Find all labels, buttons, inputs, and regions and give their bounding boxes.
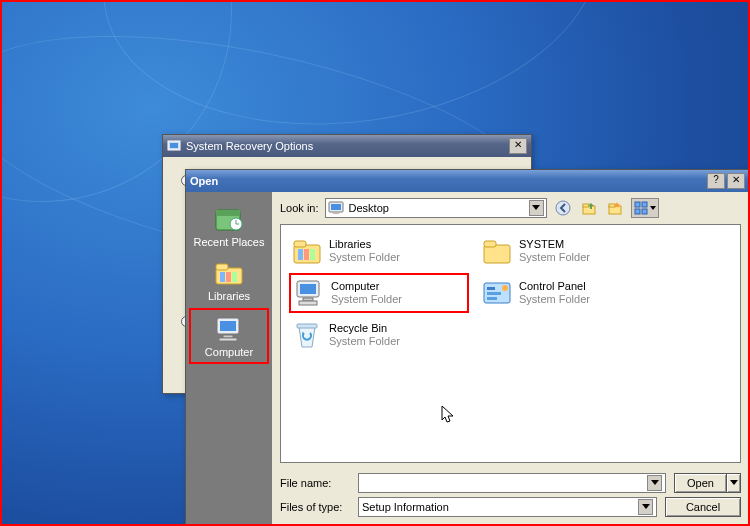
- file-item-recycle-bin[interactable]: Recycle BinSystem Folder: [289, 317, 469, 353]
- desktop-icon: [328, 201, 344, 215]
- file-item-libraries[interactable]: LibrariesSystem Folder: [289, 233, 469, 269]
- svg-rect-34: [300, 284, 316, 294]
- file-name: Libraries: [329, 238, 400, 251]
- svg-rect-25: [642, 209, 647, 214]
- svg-rect-30: [310, 249, 315, 260]
- file-name-input[interactable]: [358, 473, 666, 493]
- file-name: Control Panel: [519, 280, 590, 293]
- file-type-label: Files of type:: [280, 501, 350, 513]
- back-button[interactable]: [553, 198, 573, 218]
- svg-rect-21: [609, 204, 615, 207]
- svg-rect-7: [220, 272, 225, 282]
- sidebar-item-libraries[interactable]: Libraries: [189, 254, 269, 306]
- chevron-down-icon: [650, 206, 656, 211]
- close-icon[interactable]: ✕: [509, 138, 527, 154]
- svg-rect-39: [487, 292, 501, 295]
- svg-rect-6: [216, 264, 228, 270]
- look-in-label: Look in:: [280, 202, 319, 214]
- recovery-titlebar[interactable]: System Recovery Options ✕: [163, 135, 531, 157]
- file-name-label: File name:: [280, 477, 350, 489]
- sidebar-item-computer[interactable]: Computer: [189, 308, 269, 364]
- mouse-cursor-icon: [441, 405, 455, 423]
- places-sidebar: Recent Places Libraries Computer: [186, 192, 272, 525]
- recycle-bin-icon: [291, 319, 323, 351]
- recovery-title: System Recovery Options: [186, 140, 313, 152]
- svg-rect-38: [487, 287, 495, 290]
- file-sub: System Folder: [329, 251, 400, 264]
- svg-rect-1: [170, 143, 178, 148]
- computer-icon: [212, 314, 246, 344]
- control-panel-icon: [481, 277, 513, 309]
- svg-rect-3: [216, 210, 240, 216]
- look-in-value: Desktop: [349, 202, 389, 214]
- chevron-down-icon[interactable]: [647, 475, 662, 491]
- help-icon[interactable]: ?: [707, 173, 725, 189]
- open-dropdown-button[interactable]: [726, 473, 741, 493]
- svg-rect-42: [297, 324, 317, 328]
- up-one-level-button[interactable]: [579, 198, 599, 218]
- svg-rect-8: [226, 272, 231, 282]
- file-item-system[interactable]: SYSTEMSystem Folder: [479, 233, 659, 269]
- file-name: SYSTEM: [519, 238, 590, 251]
- new-folder-button[interactable]: [605, 198, 625, 218]
- open-main: Look in: Desktop: [272, 192, 749, 525]
- view-menu-button[interactable]: [631, 198, 659, 218]
- svg-rect-28: [298, 249, 303, 260]
- svg-rect-40: [487, 297, 497, 300]
- sidebar-item-label: Libraries: [208, 290, 250, 302]
- file-sub: System Folder: [519, 293, 590, 306]
- computer-icon: [293, 277, 325, 309]
- open-button[interactable]: Open: [674, 473, 726, 493]
- sidebar-item-recent-places[interactable]: Recent Places: [189, 200, 269, 252]
- folder-icon: [481, 235, 513, 267]
- file-name: Computer: [331, 280, 402, 293]
- bottom-controls: File name: Open Files of type:: [272, 465, 749, 525]
- svg-rect-19: [583, 204, 589, 207]
- file-type-dropdown[interactable]: Setup Information: [358, 497, 657, 517]
- file-item-control-panel[interactable]: Control PanelSystem Folder: [479, 273, 659, 313]
- svg-rect-22: [635, 202, 640, 207]
- recent-places-icon: [212, 204, 246, 234]
- open-dialog: Open ? ✕ Recent Places: [185, 169, 750, 526]
- sidebar-item-label: Recent Places: [194, 236, 265, 248]
- look-in-dropdown[interactable]: Desktop: [325, 198, 547, 218]
- file-list[interactable]: LibrariesSystem Folder SYSTEMSystem Fold…: [280, 224, 741, 463]
- cancel-button[interactable]: Cancel: [665, 497, 741, 517]
- svg-rect-16: [333, 212, 339, 214]
- libraries-icon: [291, 235, 323, 267]
- svg-rect-32: [484, 241, 496, 247]
- open-button-group: Open: [674, 473, 741, 493]
- libraries-icon: [212, 258, 246, 288]
- look-in-row: Look in: Desktop: [272, 192, 749, 224]
- file-sub: System Folder: [329, 335, 400, 348]
- recovery-icon: [167, 139, 181, 153]
- open-titlebar[interactable]: Open ? ✕: [186, 170, 749, 192]
- svg-rect-11: [220, 321, 236, 331]
- svg-rect-24: [635, 209, 640, 214]
- desktop-background: System Recovery Options ✕ Open ? ✕: [2, 2, 748, 524]
- svg-point-41: [502, 285, 508, 291]
- svg-rect-36: [299, 301, 317, 305]
- open-title: Open: [190, 175, 218, 187]
- chevron-down-icon[interactable]: [638, 499, 653, 515]
- file-sub: System Folder: [519, 251, 590, 264]
- svg-rect-29: [304, 249, 309, 260]
- file-sub: System Folder: [331, 293, 402, 306]
- svg-rect-9: [232, 272, 237, 282]
- close-icon[interactable]: ✕: [727, 173, 745, 189]
- chevron-down-icon[interactable]: [529, 200, 544, 216]
- svg-rect-23: [642, 202, 647, 207]
- file-name: Recycle Bin: [329, 322, 400, 335]
- svg-rect-13: [219, 338, 237, 341]
- svg-point-17: [556, 201, 570, 215]
- file-item-computer[interactable]: ComputerSystem Folder: [289, 273, 469, 313]
- sidebar-item-label: Computer: [205, 346, 253, 358]
- svg-rect-15: [331, 204, 341, 210]
- svg-rect-31: [484, 245, 510, 263]
- svg-rect-27: [294, 241, 306, 247]
